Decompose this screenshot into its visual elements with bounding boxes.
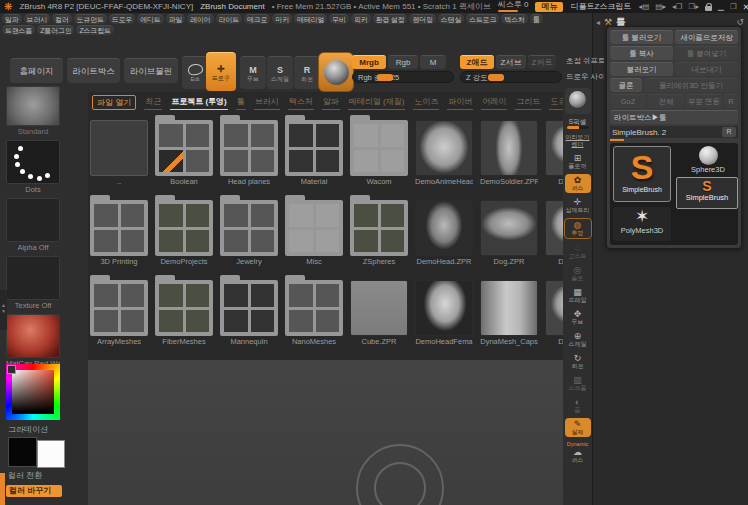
tool-item-simplebrush-selected[interactable]: S SimpleBrush xyxy=(613,146,671,202)
lightbox-tab[interactable]: 도큐먼트 xyxy=(549,95,563,110)
lightbox-item[interactable]: 3D Printing xyxy=(90,194,148,266)
swap-color-button[interactable]: 컬러 바꾸기 xyxy=(6,485,62,497)
lightbox-item[interactable]: Mannequin xyxy=(220,274,278,346)
right-shelf-button[interactable]: ⊕ 스케일 xyxy=(565,330,591,349)
color-picker-square[interactable] xyxy=(12,370,54,414)
tool-palette-button[interactable]: GoZ xyxy=(610,94,646,108)
tool-palette-button[interactable]: 부분 연동 xyxy=(686,94,722,108)
left-tray-toggle-icon[interactable]: ◂▤ xyxy=(638,2,649,11)
zcut-button[interactable]: Z커트 xyxy=(528,55,556,69)
lightbox-tab[interactable]: 파이버 xyxy=(447,95,473,110)
lightbox-tab[interactable]: 브러시 xyxy=(254,95,280,110)
right-shelf-button[interactable]: ✎ 실제 xyxy=(565,418,591,437)
lightbox-item[interactable]: DemoAnimeHead xyxy=(415,114,473,186)
lightbox-tab[interactable]: 파일 열기 xyxy=(92,95,136,110)
lightbox-item[interactable]: DemoProjects xyxy=(155,194,213,266)
menu-item[interactable]: 툴 xyxy=(530,14,543,24)
tray-divider-handle[interactable]: ▲▼ xyxy=(0,290,7,330)
menu-item[interactable]: 컬러 xyxy=(52,14,72,24)
lightbox-tab[interactable]: 프로젝트 (투영) xyxy=(170,95,228,110)
left-shelf-item[interactable]: Standard xyxy=(6,86,60,136)
menu-item[interactable]: 스텐실 xyxy=(438,14,464,24)
lightbox-item[interactable]: DemoSoldier.ZPR xyxy=(480,114,538,186)
lightbox-item[interactable]: ZSpheres xyxy=(350,194,408,266)
menu-item[interactable]: 텍스처 xyxy=(501,14,527,24)
lightbox-item[interactable]: NanoMeshes xyxy=(285,274,343,346)
lightbox-tab[interactable]: 최근 xyxy=(144,95,162,110)
lightbox-item[interactable]: Cube.ZPR xyxy=(350,274,408,346)
divider-left-icon[interactable]: ◂❒ xyxy=(672,2,683,11)
slider-thumb[interactable] xyxy=(377,74,393,81)
lightbox-item[interactable]: Head planes xyxy=(220,114,278,186)
secondary-color-swatch[interactable] xyxy=(37,440,65,468)
right-shelf-button[interactable]: ⊞ 플로어 xyxy=(565,152,591,171)
tool-palette-button[interactable]: 툴 불러오기 xyxy=(610,30,673,44)
menu-item[interactable]: 무비 xyxy=(329,14,349,24)
minimize-button[interactable]: ▁ xyxy=(718,2,724,11)
see-through-slider[interactable]: 씨스루 0 xyxy=(498,1,529,12)
lightbox-item[interactable]: DemoHead.ZPR xyxy=(415,194,473,266)
z-intensity-slider[interactable]: Z 강도 25 xyxy=(460,71,562,83)
main-color-swatch[interactable] xyxy=(8,437,37,467)
switch-color-button[interactable]: 컬러 전환 xyxy=(6,470,60,481)
right-shelf-button[interactable]: ✛ 심메트리 xyxy=(565,196,591,215)
focal-shift-slider[interactable]: 초점 쉬프트 xyxy=(566,55,604,67)
left-shelf-item[interactable]: Dots xyxy=(6,140,60,194)
menu-item[interactable]: 렌더링 xyxy=(409,14,435,24)
lightbox-tab[interactable]: 그리드 xyxy=(515,95,541,110)
lightbox-item[interactable]: Misc xyxy=(285,194,343,266)
mrgb-button[interactable]: Mrgb xyxy=(352,55,386,69)
tool-palette-button[interactable]: 툴 붙여넣기 xyxy=(675,46,738,60)
menu-item[interactable]: 트랜스폼 xyxy=(2,25,35,35)
live-boolean-button[interactable]: 라이브불린 xyxy=(124,58,178,83)
lightbox-item[interactable]: DynaMes xyxy=(545,274,563,346)
menu-item[interactable]: Z플러그인 xyxy=(37,25,74,35)
lightbox-item[interactable]: Material xyxy=(285,114,343,186)
m-button[interactable]: M xyxy=(420,55,446,69)
menu-item[interactable]: 환경 설정 xyxy=(373,14,408,24)
lightbox-item[interactable]: Jewelry xyxy=(220,194,278,266)
menu-item[interactable]: Z스크립트 xyxy=(76,25,113,35)
current-material-button[interactable] xyxy=(318,52,354,92)
tray-collapse-icon[interactable]: ◂ xyxy=(596,18,600,27)
menu-item[interactable]: 매테리얼 xyxy=(294,14,327,24)
lightbox-item[interactable]: FiberMeshes xyxy=(155,274,213,346)
tool-palette-button[interactable]: 새이름으로저장 xyxy=(675,30,738,44)
left-shelf-item[interactable]: MatCap Red Wax xyxy=(6,314,60,368)
lightbox-tab[interactable]: 어레이 xyxy=(481,95,507,110)
lock-icon[interactable] xyxy=(705,6,712,11)
right-shelf-button[interactable] xyxy=(565,88,591,114)
right-shelf-button[interactable]: ◐ 줌 xyxy=(565,396,591,415)
tool-palette-button[interactable]: 클론 xyxy=(610,78,642,92)
current-tool-header[interactable]: SimpleBrush. 2 R xyxy=(610,126,738,138)
lightbox-to-tool-button[interactable]: 라이트박스▶툴 xyxy=(610,110,738,124)
right-shelf-button[interactable]: ✥ 무브 xyxy=(565,308,591,327)
lightbox-item[interactable]: DynaMes xyxy=(545,114,563,186)
right-shelf-button[interactable]: ◍ 투명 xyxy=(564,218,592,239)
rgb-intensity-slider[interactable]: Rgb 강도 25 xyxy=(352,71,454,83)
tool-palette-button[interactable]: 툴 복사 xyxy=(610,46,673,60)
tool-palette-button[interactable]: 전체 xyxy=(648,94,684,108)
lightbox-item[interactable]: DynaMesh_Caps xyxy=(480,274,538,346)
lightbox-tab[interactable]: 노이즈 xyxy=(413,95,439,110)
homepage-button[interactable]: 홈페이지 xyxy=(10,58,63,83)
lightbox-item[interactable]: ArrayMeshes xyxy=(90,274,148,346)
gradient-button[interactable]: 그라데이션 xyxy=(6,424,60,435)
menu-item[interactable]: 스트로크 xyxy=(466,14,499,24)
lightbox-tab[interactable]: 알파 xyxy=(322,95,340,110)
right-shelf-button[interactable]: ✿ 퍼스 xyxy=(565,174,591,193)
default-zscript-button[interactable]: 디폴트Z스크립트 xyxy=(570,1,631,12)
lightbox-item[interactable]: Boolean xyxy=(155,114,213,186)
scale-button[interactable]: S 스케일 xyxy=(267,56,293,89)
right-shelf-button[interactable]: ▥ 스크롤 xyxy=(565,374,591,393)
rotate-button[interactable]: R 회전 xyxy=(294,56,320,89)
edit-button[interactable]: Edt xyxy=(182,56,208,89)
draw-button[interactable]: ✛ 드로우 xyxy=(206,52,236,91)
menu-item[interactable]: 브러시 xyxy=(24,14,50,24)
zadd-button[interactable]: Z애드 xyxy=(460,55,494,69)
tool-item-simplebrush[interactable]: S SimpleBrush xyxy=(676,177,738,209)
zsub-button[interactable]: Z서브 xyxy=(496,55,526,69)
menu-item[interactable]: 마커 xyxy=(272,14,292,24)
menu-toggle-button[interactable]: 메뉴 xyxy=(535,2,563,12)
r-button[interactable]: R xyxy=(722,127,736,137)
